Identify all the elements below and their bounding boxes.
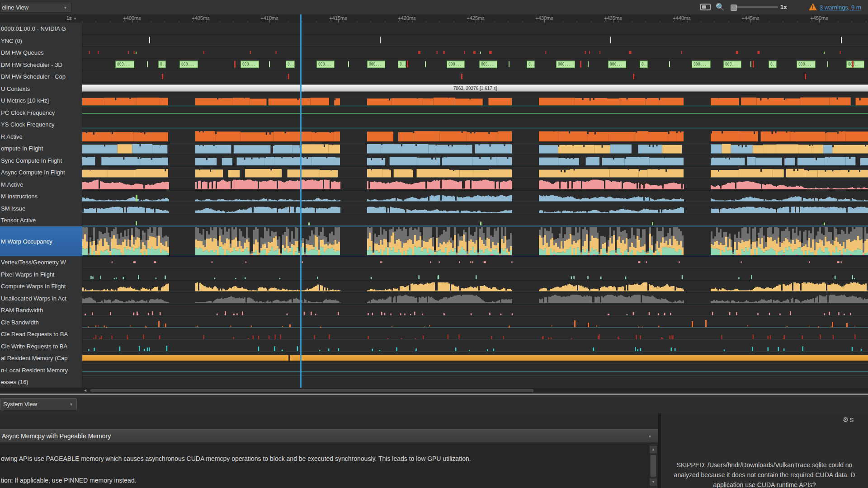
sidebar-row-gpu-device[interactable]: 0000:01:00.0 - NVIDIA G (0, 23, 82, 35)
row-label: R Active (1, 133, 23, 140)
timeline-horizontal-scrollbar[interactable]: ◄ (0, 388, 868, 394)
warnings-messages-link[interactable]: 3 warnings, 9 m (820, 4, 861, 11)
sidebar-row-wddm-sched-copy[interactable]: DM HW Scheduler - Cop (0, 70, 82, 83)
zoom-slider-handle[interactable] (731, 5, 737, 11)
timeline-row-gpu-contexts[interactable] (82, 83, 868, 95)
timeline-row-dram-bandwidth[interactable] (82, 304, 868, 316)
sidebar-row-async-compute[interactable]: Async Compute In Flight (0, 166, 82, 178)
sidebar-row-gpu-contexts[interactable]: U Contexts (0, 83, 82, 95)
system-view-dropdown[interactable]: System View ▾ (0, 398, 77, 410)
sidebar-row-compute-warps[interactable]: Compute Warps In Flight (0, 280, 82, 292)
timeline-row-sm-active[interactable] (82, 178, 868, 191)
sidebar-row-gpc-clock[interactable]: PC Clock Frequency (0, 107, 82, 119)
timeline-row-async-compute[interactable] (82, 166, 868, 178)
row-label: al Resident Memory (Cap (1, 355, 67, 361)
row-label: U Contexts (1, 85, 30, 92)
ruler-scale-dropdown[interactable]: 1s▾ (66, 15, 76, 21)
sidebar-row-compute-in-flight[interactable]: ompute In Flight (0, 142, 82, 155)
expert-rule-selector[interactable]: Async Memcpy with Pageable Memory ▾ (0, 429, 658, 443)
expert-system-panel: Async Memcpy with Pageable Memory ▾ owin… (0, 413, 658, 488)
timeline-row-pcie-write[interactable] (82, 340, 868, 352)
sidebar-row-tensor-active[interactable]: Tensor Active (0, 214, 82, 226)
timeline-row-labels-sidebar: 0000:01:00.0 - NVIDIA GYNC (0)DM HW Queu… (0, 23, 82, 388)
sidebar-row-sys-clock[interactable]: YS Clock Frequency (0, 118, 82, 131)
timeline-row-compute-in-flight[interactable] (82, 142, 868, 155)
scroll-left-arrow-icon[interactable]: ◄ (83, 388, 87, 394)
timeline-row-compute-warps[interactable] (82, 280, 868, 292)
sidebar-row-pcie-write[interactable]: Cle Write Requests to BA (0, 340, 82, 352)
row-label: Tensor Active (1, 217, 36, 224)
zoom-out-icon[interactable]: 🔍 (716, 3, 725, 11)
timeline-row-pixel-warps[interactable] (82, 268, 868, 281)
rule-suggestion: tion: If applicable, use PINNED memory i… (1, 477, 137, 484)
warning-triangle-icon (809, 3, 817, 10)
timeline-row-processes[interactable] (82, 376, 868, 388)
timeline-row-local-resident-mem[interactable] (82, 352, 868, 364)
scroll-up-arrow-icon[interactable]: ▲ (650, 446, 657, 453)
toolbar: eline View ▾ 🔍 1x 3 warnings, 9 m (0, 0, 868, 15)
scrollbar-thumb[interactable] (90, 389, 533, 392)
sidebar-row-pcie-read[interactable]: Cle Read Requests to BA (0, 328, 82, 340)
sidebar-row-dram-bandwidth[interactable]: RAM Bandwidth (0, 304, 82, 316)
sidebar-row-vertex-warps[interactable]: Vertex/Tess/Geometry W (0, 256, 82, 268)
row-label: Vertex/Tess/Geometry W (1, 259, 66, 266)
sidebar-row-processes[interactable]: esses (16) (0, 376, 82, 388)
row-label: Async Compute In Flight (1, 169, 65, 176)
timeline-row-sm-warp-occupancy[interactable] (82, 226, 868, 257)
sidebar-row-vsync[interactable]: YNC (0) (0, 35, 82, 47)
sidebar-row-wddm-sched-3d[interactable]: DM HW Scheduler - 3D (0, 59, 82, 71)
sidebar-row-local-resident-mem[interactable]: al Resident Memory (Cap (0, 352, 82, 364)
timeline-row-sys-clock[interactable] (82, 118, 868, 131)
timeline-view-dropdown[interactable]: eline View ▾ (0, 2, 71, 13)
chevron-down-icon: ▾ (649, 430, 651, 443)
timeline-row-vertex-warps[interactable] (82, 256, 868, 268)
timeline-row-sm-issue[interactable] (82, 202, 868, 215)
sidebar-row-sm-warp-occupancy[interactable]: M Warp Occupancy (0, 226, 82, 257)
row-label: Sync Compute In Flight (1, 157, 62, 164)
sidebar-row-sm-active[interactable]: M Active (0, 178, 82, 191)
row-label: 0000:01:00.0 - NVIDIA G (1, 25, 66, 32)
skipped-analysis-message: SKIPPED: /Users/hndr/Downloads/VulkanTra… (661, 460, 868, 488)
row-label: M Instructions (1, 193, 38, 200)
minimap-icon[interactable] (700, 4, 711, 10)
sidebar-row-sync-compute[interactable]: Sync Compute In Flight (0, 155, 82, 167)
nsight-systems-window: eline View ▾ 🔍 1x 3 warnings, 9 m 1s▾ +4… (0, 0, 868, 488)
sidebar-row-unallocated-warps[interactable]: Unallocated Warps in Act (0, 292, 82, 305)
timeline-row-gpu-device[interactable] (82, 23, 868, 35)
sidebar-row-gpu-metrics[interactable]: U Metrics [10 kHz] (0, 94, 82, 107)
timeline-row-nonlocal-resident-mem[interactable] (82, 364, 868, 376)
row-label: n-Local Resident Memory (1, 366, 68, 373)
settings-gear-icon[interactable]: ⚙S (843, 416, 854, 424)
sidebar-row-gr-active[interactable]: R Active (0, 131, 82, 143)
sidebar-row-nonlocal-resident-mem[interactable]: n-Local Resident Memory (0, 364, 82, 376)
row-label: YS Clock Frequency (1, 121, 55, 128)
expert-panel-scrollbar[interactable]: ▲ ▼ (650, 444, 657, 488)
timeline-ruler[interactable]: 1s▾ +400ms+405ms+410ms+415ms+420ms+425ms… (0, 14, 868, 23)
sidebar-row-pcie-bandwidth[interactable]: Cle Bandwidth (0, 316, 82, 328)
timeline-row-pcie-bandwidth[interactable] (82, 316, 868, 328)
bottom-panels: Async Memcpy with Pageable Memory ▾ owin… (0, 413, 868, 488)
sidebar-row-sm-issue[interactable]: SM Issue (0, 202, 82, 215)
row-label: U Metrics [10 kHz] (1, 97, 49, 104)
timeline-row-sync-compute[interactable] (82, 155, 868, 167)
sidebar-row-sm-instructions[interactable]: M Instructions (0, 190, 82, 202)
timeline-row-wddm-sched-copy[interactable] (82, 70, 868, 83)
sidebar-row-wddm-hw-queues[interactable]: DM HW Queues (0, 47, 82, 59)
timeline-cursor[interactable] (300, 14, 302, 388)
timeline-row-wddm-hw-queues[interactable] (82, 47, 868, 59)
timeline-row-gpu-metrics[interactable] (82, 94, 868, 107)
timeline-row-tensor-active[interactable] (82, 214, 868, 226)
timeline-row-sm-instructions[interactable] (82, 190, 868, 202)
scrollbar-thumb[interactable] (651, 455, 656, 477)
timeline-row-pcie-read[interactable] (82, 328, 868, 340)
row-label: Cle Read Requests to BA (1, 331, 68, 338)
timeline-row-gr-active[interactable] (82, 131, 868, 143)
timeline-row-wddm-sched-3d[interactable] (82, 59, 868, 71)
sidebar-row-pixel-warps[interactable]: Pixel Warps In Flight (0, 268, 82, 281)
scroll-down-arrow-icon[interactable]: ▼ (650, 479, 657, 486)
timeline-row-unallocated-warps[interactable] (82, 292, 868, 305)
timeline-row-gpc-clock[interactable] (82, 107, 868, 119)
zoom-slider[interactable] (731, 6, 778, 8)
timeline-row-vsync[interactable] (82, 35, 868, 47)
row-label: Compute Warps In Flight (1, 283, 66, 290)
